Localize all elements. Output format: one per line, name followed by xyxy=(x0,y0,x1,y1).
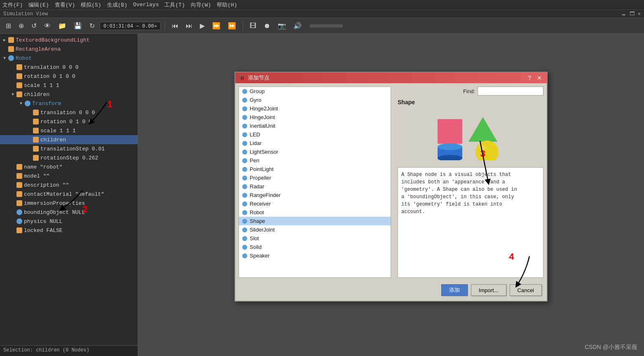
list-item-led[interactable]: LED xyxy=(239,130,391,139)
dialog-list[interactable]: Group Gyro Hinge2Joint xyxy=(239,87,391,277)
tree-item-model[interactable]: model "" xyxy=(0,171,138,180)
tree-item-rotationstep[interactable]: rotationStep 0.262 xyxy=(0,153,138,162)
list-item-speaker[interactable]: Speaker xyxy=(239,251,391,260)
tree-item-locked[interactable]: locked FALSE xyxy=(0,226,138,235)
menu-edit[interactable]: 编辑(E) xyxy=(28,1,49,9)
tree-item-rotation1[interactable]: rotation 0 1 0 0 xyxy=(0,72,138,81)
node-icon-3 xyxy=(16,64,22,70)
list-item-pointlight[interactable]: PointLight xyxy=(239,165,391,173)
toolbar-folder-btn[interactable]: 📁 xyxy=(56,21,69,30)
list-item-shape[interactable]: Shape xyxy=(239,217,391,225)
node-icon-2 xyxy=(8,55,14,61)
dialog-help-btn[interactable]: ? xyxy=(526,75,533,81)
list-item-propeller[interactable]: Propeller xyxy=(239,173,391,182)
list-item-solid[interactable]: Solid xyxy=(239,243,391,251)
toolbar-refresh-btn[interactable]: ↻ xyxy=(87,21,97,30)
toolbar-ff2-btn[interactable]: ⏩ xyxy=(225,21,239,30)
tree-item-description[interactable]: description "" xyxy=(0,180,138,190)
find-input[interactable] xyxy=(478,87,543,96)
dialog-body: Group Gyro Hinge2Joint xyxy=(235,83,547,281)
expand-icon-0[interactable]: ▶ xyxy=(3,37,8,42)
list-item-lidar[interactable]: Lidar xyxy=(239,139,391,148)
list-item-sliderjoint[interactable]: SliderJoint xyxy=(239,225,391,234)
toolbar-play-btn[interactable]: ▶ xyxy=(197,21,207,30)
tree-item-scale1[interactable]: scale 1 1 1 xyxy=(0,81,138,90)
tree-item-contactmaterial[interactable]: contactMaterial "default" xyxy=(0,190,138,199)
toolbar-eye-btn[interactable]: 👁 xyxy=(42,21,53,30)
cancel-button[interactable]: Cancel xyxy=(510,284,542,296)
toolbar-fast-fwd-btn[interactable]: ⏩ xyxy=(210,21,223,30)
toolbar-audio-btn[interactable]: 🔊 xyxy=(291,21,304,30)
tree-item-scale2[interactable]: scale 1 1 1 xyxy=(0,126,138,135)
node-icon-19 xyxy=(16,209,22,215)
node-icon-0 xyxy=(8,37,14,43)
tree-item-texturedbglight[interactable]: ▶ TexturedBackgroundLight xyxy=(0,35,138,44)
list-item-hinge2joint[interactable]: Hinge2Joint xyxy=(239,104,391,113)
toolbar-divider-1 xyxy=(165,21,165,31)
left-panel: ▶ TexturedBackgroundLight RectangleArena… xyxy=(0,34,138,356)
menu-view[interactable]: 查看(V) xyxy=(55,1,75,9)
list-item-hingejoint[interactable]: HingeJoint xyxy=(239,113,391,122)
toolbar-film-btn[interactable]: 🎞 xyxy=(247,21,259,30)
tree-label-7: Transform xyxy=(32,101,61,107)
tree-item-children1[interactable]: ▼ children xyxy=(0,90,138,99)
tree-item-name[interactable]: name "robot" xyxy=(0,162,138,171)
node-icon-18 xyxy=(16,200,22,206)
list-item-gyro[interactable]: Gyro xyxy=(239,96,391,104)
tree-item-bounding[interactable]: boundingObject NULL xyxy=(0,208,138,217)
menubar: 文件(F) 编辑(E) 查看(V) 模拟(S) 生成(B) Overlays 工… xyxy=(0,0,644,10)
tree-item-physics[interactable]: physics NULL xyxy=(0,217,138,226)
add-button[interactable]: 添加 xyxy=(441,284,468,296)
menu-wizard[interactable]: 向导(W) xyxy=(191,1,211,9)
list-item-rangefinder[interactable]: RangeFinder xyxy=(239,191,391,199)
list-item-inertialunit[interactable]: InertialUnit xyxy=(239,122,391,130)
list-item-lightsensor[interactable]: LightSensor xyxy=(239,148,391,156)
import-button[interactable]: Import... xyxy=(471,284,506,296)
menu-file[interactable]: 文件(F) xyxy=(2,1,23,9)
list-item-receiver[interactable]: Receiver xyxy=(239,199,391,208)
list-item-robot[interactable]: Robot xyxy=(239,208,391,217)
tree-item-robot[interactable]: ▼ Robot xyxy=(0,54,138,63)
expand-icon-7[interactable]: ▼ xyxy=(20,101,25,106)
dialog-close-btn[interactable]: ✕ xyxy=(535,75,543,81)
window-maximize-btn[interactable]: 🗖 xyxy=(630,11,635,17)
list-item-slot[interactable]: Slot xyxy=(239,234,391,243)
tree-label-18: immersionProperties xyxy=(24,200,85,206)
toolbar-undo-btn[interactable]: ↺ xyxy=(29,21,39,30)
tree-item-children2[interactable]: children xyxy=(0,135,138,144)
tree-item-translation2[interactable]: translation 0 0 0 xyxy=(0,108,138,117)
toolbar-grid-btn[interactable]: ⊞ xyxy=(3,21,14,30)
tree-item-immersion[interactable]: immersionProperties xyxy=(0,199,138,208)
toolbar-camera-btn[interactable]: 📷 xyxy=(275,21,288,30)
tree-item-translationstep[interactable]: translationStep 0.01 xyxy=(0,144,138,153)
menu-simulate[interactable]: 模拟(S) xyxy=(81,1,101,9)
tree-area[interactable]: ▶ TexturedBackgroundLight RectangleArena… xyxy=(0,34,138,345)
menu-help[interactable]: 帮助(H) xyxy=(217,1,237,9)
tree-item-rotation2[interactable]: rotation 0 1 0 0 xyxy=(0,117,138,126)
menu-overlays[interactable]: Overlays xyxy=(133,2,159,8)
menu-tools[interactable]: 工具(T) xyxy=(164,1,185,9)
list-item-pen[interactable]: Pen xyxy=(239,156,391,165)
menu-build[interactable]: 生成(B) xyxy=(107,1,127,9)
node-icon-8 xyxy=(33,110,39,115)
tree-item-transform[interactable]: ▼ Transform xyxy=(0,99,138,108)
expand-icon-6[interactable]: ▼ xyxy=(12,92,16,97)
toolbar-skip-start-btn[interactable]: ⏮ xyxy=(169,21,181,30)
window-minimize-btn[interactable]: 🗕 xyxy=(621,11,626,17)
expand-icon-2[interactable]: ▼ xyxy=(3,56,8,61)
list-item-group[interactable]: Group xyxy=(239,87,391,96)
window-close-btn[interactable]: ✕ xyxy=(638,11,641,17)
list-item-radar[interactable]: Radar xyxy=(239,182,391,191)
list-label-solid: Solid xyxy=(250,244,262,250)
toolbar-step-btn[interactable]: ⏭ xyxy=(183,21,195,30)
toolbar-record-btn[interactable]: ⏺ xyxy=(261,21,273,30)
svg-point-6 xyxy=(475,141,499,160)
tree-label-1: RectangleArena xyxy=(16,46,61,52)
node-icon-15 xyxy=(16,173,22,179)
list-label-speaker: Speaker xyxy=(250,253,269,259)
tree-item-translation1[interactable]: translation 0 0 0 xyxy=(0,63,138,72)
tree-item-rectanglearena[interactable]: RectangleArena xyxy=(0,44,138,54)
toolbar-save-btn[interactable]: 💾 xyxy=(71,21,84,30)
dialog-title-text: 🐞 添加节点 xyxy=(239,74,269,82)
toolbar-add-btn[interactable]: ⊕ xyxy=(16,21,26,30)
